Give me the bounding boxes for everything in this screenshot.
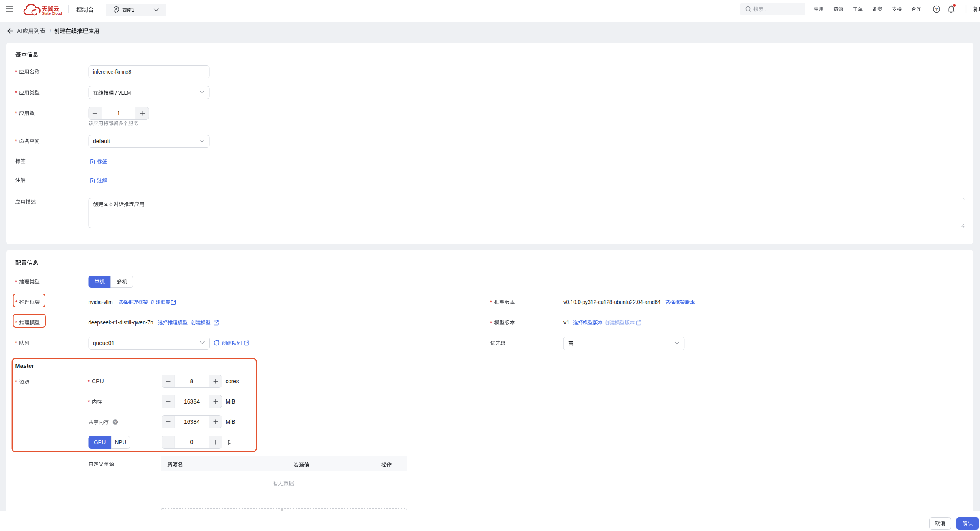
svg-text:v1: v1 [563,319,570,326]
svg-text:queue01: queue01 [93,340,114,346]
svg-text:MiB: MiB [226,419,235,425]
svg-text:State Cloud: State Cloud [42,11,62,15]
svg-text:*: * [88,378,90,385]
svg-text:default: default [93,138,110,145]
svg-text:Master: Master [15,362,35,369]
svg-text:nvidia-vllm: nvidia-vllm [89,299,113,305]
svg-text:*: * [15,89,17,96]
svg-text:16384: 16384 [184,398,200,405]
svg-text:*: * [88,399,90,405]
svg-text:?: ? [935,7,938,12]
svg-text:8: 8 [190,378,194,384]
svg-text:v0.10.0-py312-cu128-ubuntu22.0: v0.10.0-py312-cu128-ubuntu22.04-amd64 [563,299,661,305]
svg-text:CPU: CPU [92,378,104,384]
svg-text:GPU: GPU [94,439,106,445]
svg-text:*: * [490,299,492,306]
svg-text:NPU: NPU [115,439,127,445]
svg-text:*: * [15,379,17,385]
svg-text:0: 0 [190,439,194,445]
svg-text:16384: 16384 [184,419,200,425]
svg-text:MiB: MiB [226,398,235,405]
svg-text:inference-fkmnx8: inference-fkmnx8 [93,69,131,75]
svg-text:1: 1 [117,110,120,117]
svg-text:/: / [50,28,51,35]
svg-text:*: * [15,110,17,117]
svg-text:?: ? [114,420,117,424]
svg-text:*: * [490,319,492,326]
svg-text:*: * [15,138,17,145]
svg-text:*: * [15,340,17,346]
svg-text:*: * [15,278,17,285]
svg-text:deepseek-r1-distill-qwen-7b: deepseek-r1-distill-qwen-7b [89,319,153,326]
svg-text:cores: cores [226,378,239,384]
svg-text:*: * [15,299,18,306]
svg-text:*: * [15,69,17,75]
svg-text:*: * [15,319,18,326]
